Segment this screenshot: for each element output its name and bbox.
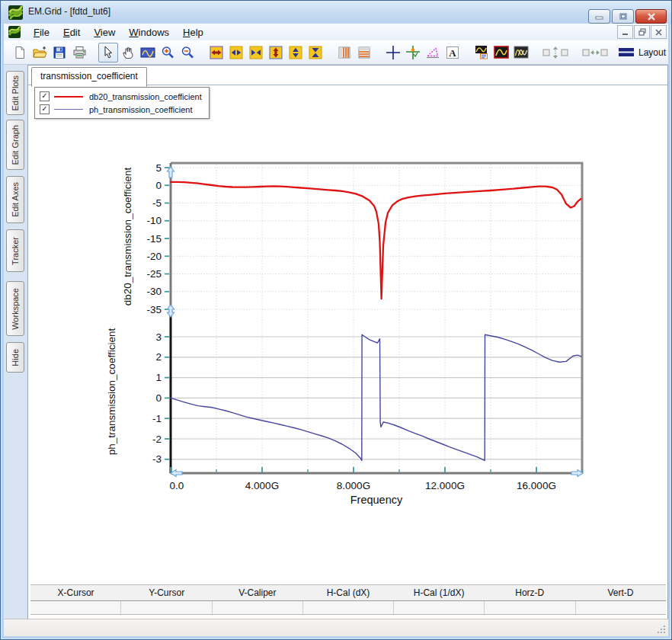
svg-text:3: 3 — [155, 331, 162, 343]
svg-text:-2: -2 — [152, 434, 162, 445]
svg-text:db20_transmission_coefficient: db20_transmission_coefficient — [122, 168, 133, 306]
vertical-markers-button[interactable] — [334, 43, 354, 62]
zoom-region-button[interactable] — [138, 43, 158, 62]
svg-text:ph_transmission_coefficient: ph_transmission_coefficient — [106, 328, 117, 456]
expand-y-icon — [269, 46, 283, 59]
resize-grip[interactable] — [656, 624, 667, 635]
zoom-out-icon — [181, 46, 194, 59]
close-icon — [647, 13, 656, 21]
svg-text:-1: -1 — [152, 413, 162, 424]
select-pointer-button[interactable] — [98, 43, 118, 62]
horizontal-markers-button[interactable] — [354, 43, 374, 62]
menu-view[interactable]: View — [87, 25, 122, 40]
caliper-icon — [425, 46, 440, 59]
sidebar-item-workspace[interactable]: Workspace — [6, 281, 24, 336]
sidebar-item-edit-graph[interactable]: Edit Graph — [6, 120, 24, 170]
sidebar-item-tracker[interactable]: Tracker — [6, 229, 24, 272]
legend-entry[interactable]: ✓ ph_transmission_coefficient — [38, 103, 206, 116]
new-file-icon — [13, 46, 27, 59]
shrink-y-button[interactable] — [306, 43, 325, 62]
svg-text:4.000G: 4.000G — [245, 480, 279, 491]
status-bar — [4, 619, 668, 636]
zoom-in-icon — [161, 46, 174, 59]
single-graph-button[interactable] — [491, 43, 511, 62]
window-title: EM.Grid - [fdtd_tut6] — [28, 6, 110, 17]
legend-checkbox[interactable]: ✓ — [40, 91, 50, 101]
col-vert-d: Vert-D — [575, 585, 666, 600]
close-button[interactable] — [635, 9, 667, 24]
sidebar-item-edit-plots[interactable]: Edit Plots — [6, 71, 24, 115]
graph-document: transmission_coefficient ✓ db20_transmis… — [27, 65, 668, 619]
open-file-button[interactable] — [30, 43, 50, 62]
widen-x-icon — [229, 46, 243, 59]
text-icon: A — [446, 46, 459, 59]
app-logo-icon — [8, 5, 23, 20]
value-cell — [393, 601, 484, 614]
tab-transmission-coefficient[interactable]: transmission_coefficient — [31, 67, 147, 87]
single-graph-icon — [494, 46, 509, 59]
link-vertical-icon — [542, 46, 569, 59]
legend-entry[interactable]: ✓ db20_transmission_coefficient — [38, 90, 206, 103]
value-cell — [575, 601, 666, 614]
multi-graph-button[interactable] — [511, 43, 531, 62]
col-horz-d: Horz-D — [485, 585, 575, 600]
title-bar[interactable]: EM.Grid - [fdtd_tut6] — [1, 1, 671, 24]
crosshair-button[interactable] — [383, 43, 403, 62]
caliper-button[interactable] — [423, 43, 443, 62]
link-horizontal-button[interactable] — [580, 43, 610, 62]
plot-legend: ✓ db20_transmission_coefficient ✓ ph_tra… — [34, 87, 210, 119]
pan-button[interactable] — [118, 43, 138, 62]
link-vertical-button[interactable] — [540, 43, 571, 62]
expand-x-icon — [210, 46, 223, 59]
shrink-y-icon — [309, 46, 322, 59]
legend-checkbox[interactable]: ✓ — [40, 104, 50, 114]
plot-list-button[interactable] — [472, 43, 491, 62]
menu-help[interactable]: Help — [176, 25, 210, 40]
document-icon — [8, 26, 21, 38]
menu-bar: File Edit View Windows Help — [4, 24, 668, 41]
mdi-close-button[interactable] — [651, 25, 667, 39]
mdi-minimize-button[interactable] — [617, 25, 633, 39]
zoom-in-button[interactable] — [158, 43, 178, 62]
layout-button[interactable]: Layout — [618, 47, 666, 58]
legend-label: ph_transmission_coefficient — [89, 105, 193, 114]
legend-line-swatch — [54, 109, 83, 110]
link-horizontal-icon — [581, 46, 609, 59]
tracker-button[interactable] — [403, 43, 423, 62]
save-icon — [53, 46, 66, 59]
hand-icon — [121, 46, 135, 59]
sidebar-item-edit-axes[interactable]: Edit Axes — [6, 176, 24, 223]
minimize-icon — [595, 13, 603, 20]
crosshair-icon — [386, 45, 401, 60]
legend-line-swatch — [54, 96, 83, 98]
print-button[interactable] — [69, 43, 89, 62]
layout-label: Layout — [638, 47, 666, 58]
svg-text:2: 2 — [155, 351, 162, 363]
horizontal-markers-icon — [357, 46, 371, 59]
client-area: Edit Plots Edit Graph Edit Axes Tracker … — [4, 65, 668, 619]
expand-x-button[interactable] — [206, 43, 226, 62]
svg-text:12.000G: 12.000G — [425, 480, 465, 491]
menu-edit[interactable]: Edit — [56, 25, 87, 40]
minimize-button[interactable] — [588, 9, 610, 24]
shrink-x-button[interactable] — [246, 43, 266, 62]
value-cell — [302, 601, 393, 614]
save-button[interactable] — [50, 43, 69, 62]
expand-y-button[interactable] — [266, 43, 286, 62]
restore-button[interactable] — [612, 9, 634, 24]
zoom-out-button[interactable] — [178, 43, 197, 62]
widen-y-button[interactable] — [286, 43, 306, 62]
menu-windows[interactable]: Windows — [122, 25, 176, 40]
widen-x-button[interactable] — [226, 43, 246, 62]
sidebar-item-hide[interactable]: Hide — [6, 342, 24, 373]
mdi-restore-button[interactable] — [634, 25, 650, 39]
svg-text:8.000G: 8.000G — [337, 480, 370, 491]
cursor-readout-table: X-Cursor Y-Cursor V-Caliper H-Cal (dX) H… — [30, 584, 666, 615]
new-file-button[interactable] — [10, 43, 30, 62]
text-annotation-button[interactable]: A — [443, 43, 462, 62]
zoom-region-icon — [140, 46, 155, 59]
cursor-table-values — [30, 601, 666, 615]
svg-text:-3: -3 — [152, 453, 162, 465]
menu-file[interactable]: File — [27, 25, 56, 40]
application-window: EM.Grid - [fdtd_tut6] File Edit View Win… — [0, 0, 672, 640]
